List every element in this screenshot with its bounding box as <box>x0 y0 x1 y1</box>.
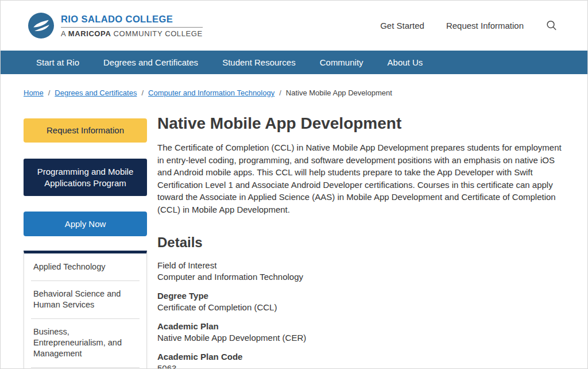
detail-label: Academic Plan Code <box>157 351 564 363</box>
logo-tagline-prefix: A <box>61 29 68 38</box>
search-icon <box>546 20 558 32</box>
interest-item-business-entrepreneurialism[interactable]: Business, Entrepreneurialism, and Manage… <box>24 318 146 367</box>
breadcrumb-current-page: Native Mobile App Development <box>286 89 392 97</box>
apply-now-button[interactable]: Apply Now <box>24 212 147 236</box>
breadcrumb-computer-information-technology[interactable]: Computer and Information Technology <box>148 89 274 97</box>
nav-item-start-at-rio[interactable]: Start at Rio <box>36 57 79 67</box>
breadcrumb-home[interactable]: Home <box>24 89 44 97</box>
header-utility-links: Get Started Request Information <box>380 20 558 32</box>
site-header: RIO SALADO COLLEGE A MARICOPA COMMUNITY … <box>1 1 587 51</box>
sidebar: Request Information Programming and Mobi… <box>24 114 147 369</box>
breadcrumb-separator: / <box>141 89 144 97</box>
primary-nav: Start at Rio Degrees and Certificates St… <box>1 51 587 74</box>
get-started-link[interactable]: Get Started <box>380 21 424 30</box>
nav-item-degrees-and-certificates[interactable]: Degrees and Certificates <box>103 57 198 67</box>
nav-item-community[interactable]: Community <box>320 57 363 67</box>
detail-value: 5063 <box>157 363 564 369</box>
page-title: Native Mobile App Development <box>157 114 564 133</box>
field-of-interest-list: Applied Technology Behavioral Science an… <box>24 251 147 369</box>
detail-academic-plan: Academic Plan Native Mobile App Developm… <box>157 321 564 344</box>
request-information-button[interactable]: Request Information <box>24 118 147 143</box>
search-button[interactable] <box>546 20 558 32</box>
request-information-link[interactable]: Request Information <box>446 21 524 30</box>
detail-value: Computer and Information Technology <box>157 271 564 283</box>
logo-text: RIO SALADO COLLEGE A MARICOPA COMMUNITY … <box>61 14 203 38</box>
detail-field-of-interest: Field of Interest Computer and Informati… <box>157 260 564 283</box>
breadcrumb-separator: / <box>48 89 51 97</box>
logo-divider <box>61 27 203 28</box>
nav-item-student-resources[interactable]: Student Resources <box>222 57 296 67</box>
details-list: Field of Interest Computer and Informati… <box>157 260 564 369</box>
detail-label: Degree Type <box>157 290 564 302</box>
interest-item-behavioral-science[interactable]: Behavioral Science and Human Services <box>24 280 146 318</box>
program-page-button[interactable]: Programming and Mobile Applications Prog… <box>24 159 147 196</box>
detail-degree-type: Degree Type Certificate of Completion (C… <box>157 290 564 313</box>
detail-academic-plan-code: Academic Plan Code 5063 <box>157 351 564 369</box>
main-content: Native Mobile App Development The Certif… <box>157 114 564 369</box>
nav-item-about-us[interactable]: About Us <box>388 57 423 67</box>
logo-tagline: A MARICOPA COMMUNITY COLLEGE <box>61 29 203 38</box>
logo-college-name: RIO SALADO COLLEGE <box>61 14 203 25</box>
logo-tagline-rest: COMMUNITY COLLEGE <box>111 29 202 38</box>
details-heading: Details <box>157 235 564 251</box>
detail-value: Certificate of Completion (CCL) <box>157 302 564 313</box>
breadcrumb: Home / Degrees and Certificates / Comput… <box>1 74 587 97</box>
rio-wave-logo-icon <box>28 13 54 39</box>
site-logo[interactable]: RIO SALADO COLLEGE A MARICOPA COMMUNITY … <box>28 13 203 39</box>
detail-label: Field of Interest <box>157 260 564 271</box>
detail-value: Native Mobile App Development (CER) <box>157 332 564 344</box>
detail-label: Academic Plan <box>157 321 564 332</box>
content-area: Request Information Programming and Mobi… <box>1 114 587 369</box>
interest-item-applied-technology[interactable]: Applied Technology <box>24 253 146 280</box>
logo-tagline-maricopa: MARICOPA <box>68 29 111 38</box>
program-description: The Certificate of Completion (CCL) in N… <box>157 141 564 216</box>
page: RIO SALADO COLLEGE A MARICOPA COMMUNITY … <box>0 0 588 369</box>
breadcrumb-separator: / <box>279 89 281 97</box>
breadcrumb-degrees-and-certificates[interactable]: Degrees and Certificates <box>55 89 137 97</box>
